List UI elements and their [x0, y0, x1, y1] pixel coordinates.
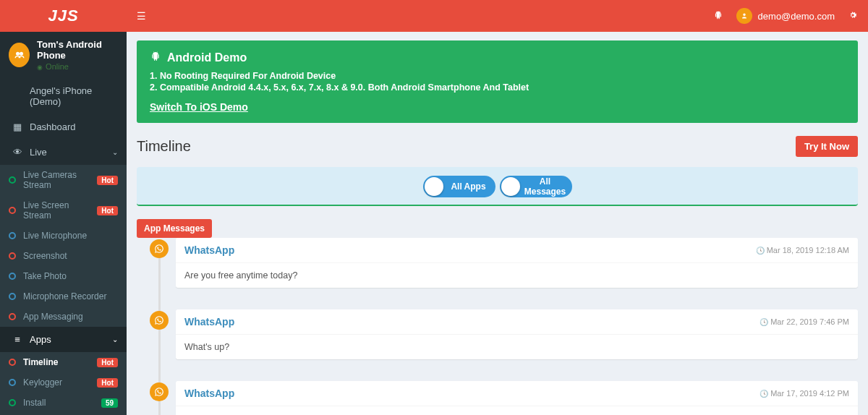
- bullet-icon: [9, 252, 16, 260]
- sidebar-item-timeline[interactable]: Timeline Hot: [0, 352, 127, 372]
- chevron-down-icon: ⌄: [112, 148, 118, 156]
- timeline-item: WhatsApp Mar 22, 2019 7:46 PM What's up?: [166, 295, 858, 359]
- content-wrapper: Android Demo 1. No Rooting Required For …: [127, 32, 868, 415]
- svg-point-1: [16, 52, 20, 56]
- app-name: WhatsApp: [184, 316, 234, 328]
- android-icon[interactable]: [713, 10, 723, 22]
- demo-banner: Android Demo 1. No Rooting Required For …: [137, 40, 858, 123]
- badge: Hot: [97, 378, 118, 388]
- whatsapp-icon: [150, 311, 169, 330]
- switch-ios-link[interactable]: Switch To iOS Demo: [150, 101, 248, 113]
- whatsapp-icon: [150, 382, 169, 401]
- sidebar-item-live-screen-stream[interactable]: Live Screen Stream Hot: [0, 195, 127, 226]
- badge: 59: [101, 398, 118, 408]
- message-body: I want to invite you to go to the movies…: [176, 406, 858, 415]
- try-it-now-button[interactable]: Try It Now: [796, 136, 858, 157]
- logo[interactable]: JJS: [0, 0, 127, 32]
- sidebar-item-iphone[interactable]: Angel's iPhone (Demo): [0, 78, 127, 114]
- banner-line-1: 1. No Rooting Required For Android Devic…: [150, 71, 845, 81]
- sidebar: Tom's Android Phone Online Angel's iPhon…: [0, 32, 127, 415]
- sidebar-item-install[interactable]: Install 59: [0, 393, 127, 413]
- timeline-card[interactable]: WhatsApp Mar 17, 2019 4:12 PM I want to …: [176, 381, 858, 415]
- device-status: Online: [37, 62, 119, 71]
- live-icon: 👁: [11, 147, 24, 158]
- message-body: What's up?: [176, 335, 858, 359]
- sidebar-item-live-microphone[interactable]: Live Microphone: [0, 226, 127, 246]
- app-name: WhatsApp: [184, 244, 234, 256]
- sidebar-item-take-photo[interactable]: Take Photo: [0, 266, 127, 286]
- dashboard-icon: ▦: [11, 121, 24, 132]
- hamburger-icon[interactable]: ☰: [137, 10, 146, 22]
- page-title: Timeline: [137, 138, 191, 155]
- bullet-icon: [9, 313, 16, 320]
- sidebar-group-live[interactable]: 👁 Live ⌄: [0, 140, 127, 165]
- timestamp: Mar 18, 2019 12:18 AM: [756, 246, 849, 254]
- android-icon: [150, 51, 161, 65]
- timeline-card[interactable]: WhatsApp Mar 22, 2019 7:46 PM What's up?: [176, 309, 858, 359]
- toggle-knob: [501, 177, 520, 196]
- banner-line-2: 2. Compatible Android 4.4.x, 5.x, 6.x, 7…: [150, 82, 845, 93]
- banner-title: Android Demo: [167, 51, 247, 64]
- timeline-card[interactable]: WhatsApp Mar 18, 2019 12:18 AM Are you f…: [176, 238, 858, 288]
- bullet-icon: [9, 232, 16, 239]
- chevron-down-icon: ⌄: [112, 335, 118, 343]
- timeline-item: WhatsApp Mar 17, 2019 4:12 PM I want to …: [166, 367, 858, 415]
- timestamp: Mar 22, 2019 7:46 PM: [760, 317, 849, 326]
- avatar: [736, 8, 752, 24]
- bullet-icon: [9, 359, 16, 366]
- device-panel: Tom's Android Phone Online: [0, 32, 127, 78]
- message-body: Are you free anytime today?: [176, 263, 858, 288]
- bullet-icon: [9, 379, 16, 386]
- bullet-icon: [9, 273, 16, 280]
- header-right: demo@demo.com: [700, 8, 858, 24]
- timeline: App Messages WhatsApp Mar 18, 2019 12:18…: [137, 223, 858, 415]
- app-name: WhatsApp: [184, 388, 234, 399]
- bullet-icon: [9, 293, 16, 300]
- user-menu[interactable]: demo@demo.com: [736, 8, 835, 24]
- gear-icon[interactable]: [848, 10, 858, 22]
- user-email: demo@demo.com: [758, 11, 835, 22]
- bullet-icon: [9, 176, 16, 184]
- toggle-knob: [425, 177, 443, 196]
- device-name: Tom's Android Phone: [37, 39, 119, 61]
- sidebar-item-live-cameras-stream[interactable]: Live Cameras Stream Hot: [0, 165, 127, 195]
- timestamp: Mar 17, 2019 4:12 PM: [760, 389, 849, 398]
- sidebar-group-apps[interactable]: ≡ Apps ⌄: [0, 327, 127, 352]
- sidebar-item-dashboard[interactable]: ▦ Dashboard: [0, 114, 127, 140]
- badge: Hot: [97, 206, 118, 215]
- device-avatar: [9, 43, 30, 67]
- bullet-icon: [9, 399, 16, 406]
- apps-icon: ≡: [11, 334, 24, 345]
- badge: Hot: [97, 358, 118, 367]
- sidebar-item-screenshot[interactable]: Screenshot: [0, 246, 127, 266]
- sidebar-item-app-messaging[interactable]: App Messaging: [0, 307, 127, 327]
- svg-point-2: [20, 52, 23, 56]
- header-main: ☰ demo@demo.com: [127, 8, 868, 24]
- bullet-icon: [9, 207, 16, 214]
- top-header: JJS ☰ demo@demo.com: [0, 0, 868, 32]
- whatsapp-icon: [150, 239, 169, 258]
- sidebar-item-keylogger[interactable]: Keylogger Hot: [0, 372, 127, 393]
- timeline-item: WhatsApp Mar 18, 2019 12:18 AM Are you f…: [166, 223, 858, 288]
- toggle-all-messages[interactable]: All Messages: [500, 176, 572, 197]
- badge: Hot: [97, 176, 118, 185]
- sidebar-item-microphone-recorder[interactable]: Microphone Recorder: [0, 286, 127, 307]
- toggle-all-apps[interactable]: All Apps: [423, 176, 495, 197]
- filter-bar: All Apps All Messages: [137, 167, 858, 206]
